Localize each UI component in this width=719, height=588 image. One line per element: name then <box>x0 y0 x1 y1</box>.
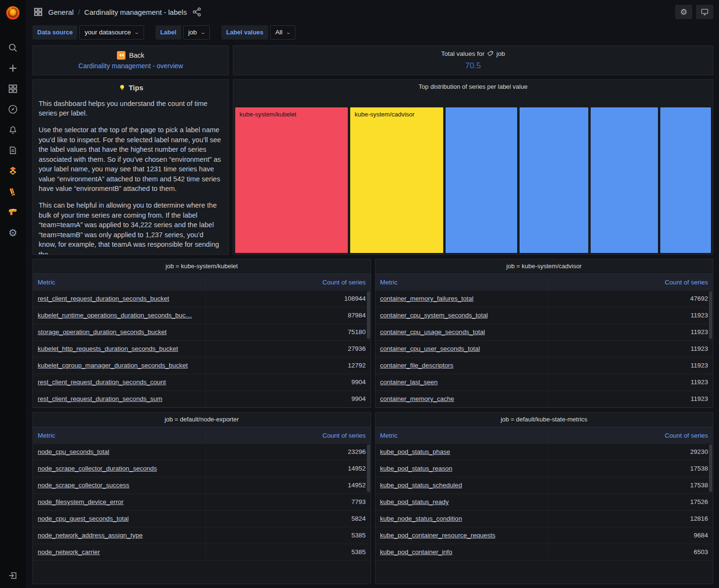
label-values-select[interactable]: All⌄ <box>270 25 295 40</box>
table-header: Metric Count of series <box>375 427 713 444</box>
column-header-count[interactable]: Count of series <box>547 279 713 286</box>
sidebar: ⚙ <box>0 0 26 588</box>
metric-link[interactable]: kube_pod_container_info <box>375 548 548 556</box>
table-row: kube_pod_container_resource_requests 968… <box>375 527 713 544</box>
table-row: node_scrape_collector_success 14952 <box>33 477 371 494</box>
datasource-variable: Data source your datasource⌄ <box>32 25 144 40</box>
bar-label: kube-system/cadvisor <box>354 111 415 118</box>
metric-link[interactable]: node_cpu_seconds_total <box>33 448 205 455</box>
dashboard-settings-button[interactable]: ⚙ <box>675 5 692 19</box>
kiosk-mode-button[interactable] <box>696 5 713 19</box>
gear-icon: ⚙ <box>680 8 687 16</box>
metric-link[interactable]: container_file_descriptors <box>375 362 548 369</box>
metric-link[interactable]: container_cpu_system_seconds_total <box>375 312 548 319</box>
tips-text: This dashboard helps you understand the … <box>33 96 229 255</box>
settings-gear-icon[interactable]: ⚙ <box>7 227 19 238</box>
table-row: node_scrape_collector_duration_seconds 1… <box>33 461 371 477</box>
table-row: node_filesystem_device_error 7793 <box>33 494 371 511</box>
alerting-bell-icon[interactable] <box>7 124 19 136</box>
total-title-prefix: Total values for <box>441 50 485 57</box>
table-scrollbar[interactable] <box>709 444 712 492</box>
table-panel-kube-state-metrics: job = default/kube-state-metrics Metric … <box>375 412 714 584</box>
series-count: 11923 <box>547 374 713 390</box>
series-count: 87984 <box>205 307 371 324</box>
metric-link[interactable]: kube_pod_container_resource_requests <box>375 532 548 539</box>
column-header-count[interactable]: Count of series <box>205 432 371 439</box>
chart-bar <box>660 107 711 253</box>
metric-link[interactable]: container_memory_failures_total <box>375 295 548 302</box>
loki-icon[interactable] <box>7 186 19 197</box>
series-count: 5385 <box>205 544 371 560</box>
datasource-select[interactable]: your datasource⌄ <box>79 25 144 40</box>
metric-link[interactable]: kube_pod_status_phase <box>375 448 548 455</box>
metric-link[interactable]: kube_pod_status_reason <box>375 465 548 472</box>
table-header: Metric Count of series <box>33 427 371 444</box>
table-row: kube_pod_status_phase 29230 <box>375 444 713 461</box>
series-count: 9684 <box>547 527 713 544</box>
mimir-icon[interactable] <box>7 165 19 177</box>
table-row: kube_pod_status_scheduled 17538 <box>375 477 713 494</box>
metric-link[interactable]: container_memory_cache <box>375 395 548 402</box>
column-header-count[interactable]: Count of series <box>547 432 713 439</box>
table-scrollbar[interactable] <box>367 291 370 339</box>
table-title: job = default/node-exporter <box>33 412 371 427</box>
metric-link[interactable]: storage_operation_duration_seconds_bucke… <box>33 328 205 336</box>
tips-paragraph: This dashboard helps you understand the … <box>39 99 223 118</box>
column-header-metric[interactable]: Metric <box>375 432 548 439</box>
dashboards-grid-icon[interactable] <box>32 6 44 18</box>
table-header: Metric Count of series <box>33 273 371 291</box>
metric-link[interactable]: node_scrape_collector_success <box>33 482 205 489</box>
metric-link[interactable]: rest_client_request_duration_seconds_cou… <box>33 378 205 386</box>
metric-link[interactable]: node_network_address_assign_type <box>33 532 205 539</box>
docs-icon[interactable] <box>7 145 19 156</box>
metric-link[interactable]: rest_client_request_duration_seconds_buc… <box>33 295 205 302</box>
table-body: container_memory_failures_total 47692 co… <box>375 291 713 408</box>
sign-in-icon[interactable] <box>7 570 19 581</box>
series-count: 23296 <box>205 444 371 460</box>
column-header-metric[interactable]: Metric <box>375 279 548 286</box>
breadcrumb-section[interactable]: General <box>48 8 73 16</box>
table-row: container_cpu_user_seconds_total 11923 <box>375 341 713 357</box>
metric-link[interactable]: node_cpu_guest_seconds_total <box>33 515 205 522</box>
metric-link[interactable]: kubelet_runtime_operations_duration_seco… <box>33 312 205 319</box>
metric-link[interactable]: container_cpu_usage_seconds_total <box>375 328 548 336</box>
metric-link[interactable]: rest_client_request_duration_seconds_sum <box>33 395 205 402</box>
grafana-logo-icon[interactable] <box>5 5 21 21</box>
bar-chart: kube-system/kubelet kube-system/cadvisor <box>235 107 711 253</box>
tips-paragraph: This can be helpful in allowing you to d… <box>39 200 223 255</box>
explore-compass-icon[interactable] <box>7 104 19 115</box>
metric-link[interactable]: kubelet_cgroup_manager_duration_seconds_… <box>33 362 205 369</box>
series-count: 75180 <box>205 324 371 340</box>
overview-link[interactable]: Cardinality management - overview <box>78 62 183 70</box>
metric-link[interactable]: node_filesystem_device_error <box>33 498 205 505</box>
series-count: 11923 <box>547 357 713 374</box>
metric-link[interactable]: container_last_seen <box>375 378 548 386</box>
plus-icon[interactable] <box>7 63 19 74</box>
column-header-metric[interactable]: Metric <box>33 432 205 439</box>
share-icon[interactable] <box>191 6 203 18</box>
metric-link[interactable]: kube_node_status_condition <box>375 515 548 522</box>
table-scrollbar[interactable] <box>709 291 712 339</box>
series-count: 12792 <box>205 357 371 374</box>
table-row: kubelet_http_requests_duration_seconds_b… <box>33 341 371 357</box>
search-icon[interactable] <box>7 42 19 53</box>
table-scrollbar[interactable] <box>367 444 370 492</box>
table-body: rest_client_request_duration_seconds_buc… <box>33 291 371 408</box>
column-header-count[interactable]: Count of series <box>205 279 371 286</box>
series-count: 5385 <box>205 527 371 544</box>
table-title: job = kube-system/cadvisor <box>375 259 713 273</box>
metric-link[interactable]: container_cpu_user_seconds_total <box>375 345 548 352</box>
metric-link[interactable]: node_scrape_collector_duration_seconds <box>33 465 205 472</box>
column-header-metric[interactable]: Metric <box>33 279 205 286</box>
metric-link[interactable]: kube_pod_status_ready <box>375 498 548 505</box>
series-count: 14952 <box>205 477 371 494</box>
tempo-icon[interactable] <box>7 206 19 218</box>
dashboards-icon[interactable] <box>7 83 19 94</box>
series-count: 6503 <box>547 544 713 560</box>
table-row: container_file_descriptors 11923 <box>375 357 713 374</box>
metric-link[interactable]: kube_pod_status_scheduled <box>375 482 548 489</box>
metric-link[interactable]: kubelet_http_requests_duration_seconds_b… <box>33 345 205 352</box>
chart-bar <box>446 107 517 253</box>
metric-link[interactable]: node_network_carrier <box>33 548 205 556</box>
label-select[interactable]: job⌄ <box>183 25 210 40</box>
